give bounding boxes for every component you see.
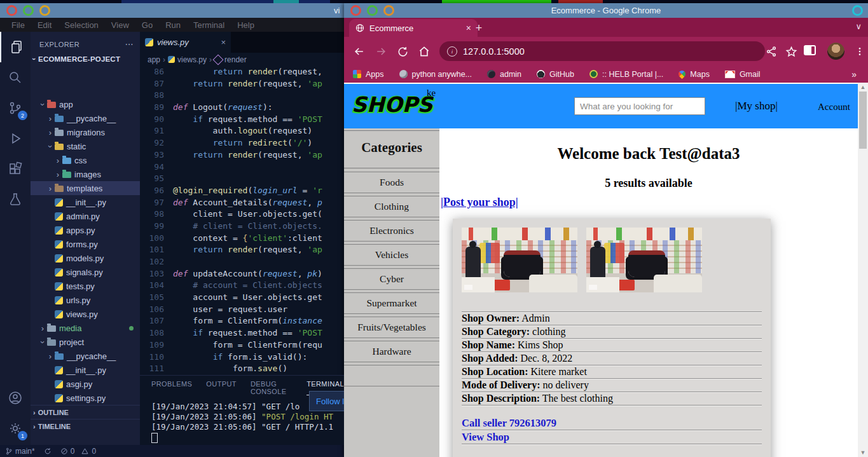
category-item[interactable]: Clothing	[344, 196, 439, 217]
site-logo[interactable]: SHOPS	[352, 92, 432, 117]
file-tree-item[interactable]: tests.py	[31, 279, 140, 293]
settings-gear-icon[interactable]: 1	[0, 413, 31, 444]
address-bar[interactable]: i 127.0.0.1:5000	[439, 41, 765, 61]
category-item[interactable]: Electronics	[344, 220, 439, 242]
file-tree-item[interactable]: models.py	[31, 251, 140, 265]
file-tree-item[interactable]: signals.py	[31, 265, 140, 279]
kebab-menu-icon[interactable]	[852, 44, 867, 59]
chrome-titlebar[interactable]: Ecommerce - Google Chrome	[344, 3, 868, 18]
scroll-up-icon[interactable]: ▲	[858, 83, 868, 92]
back-button[interactable]	[352, 44, 367, 59]
panel-tab-problems[interactable]: PROBLEMS	[151, 380, 192, 395]
file-tree-item[interactable]: apps.py	[31, 223, 140, 237]
panel-tab-debug-console[interactable]: DEBUG CONSOLE	[251, 380, 293, 395]
bookmark-item[interactable]: Maps	[679, 70, 710, 79]
url-text[interactable]: 127.0.0.1:5000	[463, 46, 525, 57]
outline-section[interactable]: › OUTLINE	[31, 405, 140, 419]
close-tab-icon[interactable]: ×	[221, 38, 226, 47]
search-input[interactable]	[574, 97, 705, 115]
tab-search-chevron-icon[interactable]: ∨	[855, 22, 862, 31]
search-icon[interactable]	[0, 62, 31, 93]
file-tree-item[interactable]: ›css	[31, 153, 140, 167]
file-tree-item[interactable]: ›__pycache__	[31, 349, 140, 363]
run-debug-icon[interactable]	[0, 123, 31, 154]
file-tree-item[interactable]: ›static	[31, 139, 140, 153]
file-tree-item[interactable]: ›__pycache__	[31, 111, 140, 125]
bookmark-item[interactable]: :: HELB Portal |...	[589, 70, 663, 79]
close-window-icon[interactable]	[6, 5, 17, 16]
category-item[interactable]: Hardware	[344, 341, 439, 362]
file-tree-item[interactable]: ›images	[31, 167, 140, 181]
maximize-window-icon[interactable]	[383, 5, 394, 16]
browser-tab-ecommerce[interactable]: Ecommerce ×	[349, 19, 478, 37]
minimize-window-icon[interactable]	[367, 5, 378, 16]
close-tab-icon[interactable]: ×	[466, 23, 471, 33]
breadcrumb[interactable]: app › views.py › render	[140, 53, 344, 66]
file-tree-item[interactable]: asgi.py	[31, 377, 140, 391]
page-scrollbar[interactable]: ▲ ▼	[858, 83, 868, 457]
file-tree-item[interactable]: ›project	[31, 335, 140, 349]
category-item[interactable]: Vehicles	[344, 244, 439, 266]
post-your-shop-link[interactable]: |Post your shop|	[441, 196, 518, 209]
explorer-icon[interactable]	[0, 32, 32, 62]
maximize-window-icon[interactable]	[39, 5, 50, 16]
file-tree-item[interactable]: __init__.py	[31, 363, 140, 377]
profile-avatar[interactable]	[827, 43, 844, 60]
file-tree-item[interactable]: ›templates	[31, 181, 140, 195]
account-link[interactable]: Account	[818, 102, 850, 113]
bookmark-label: :: HELB Portal |...	[602, 70, 663, 79]
line-number: 88	[140, 90, 173, 102]
file-tree-item[interactable]: admin.py	[31, 209, 140, 223]
view-shop-link[interactable]: View Shop	[462, 430, 762, 444]
bookmark-star-icon[interactable]	[783, 44, 799, 59]
forward-button[interactable]	[373, 44, 389, 59]
close-window-icon[interactable]	[350, 5, 361, 16]
file-tree-item[interactable]: settings.py	[31, 391, 140, 405]
file-tree-item[interactable]: views.py	[31, 307, 140, 321]
timeline-section[interactable]: › TIMELINE	[31, 419, 140, 433]
bookmark-item[interactable]: GitHub	[537, 70, 574, 79]
extensions-icon[interactable]	[0, 154, 31, 184]
main-content: Welcome back Test@data3 5 results availa…	[439, 128, 858, 457]
bookmark-item[interactable]: python anywhe...	[399, 70, 472, 79]
minimize-window-icon[interactable]	[23, 5, 34, 16]
git-branch-indicator[interactable]: main*	[5, 447, 35, 456]
category-item[interactable]: Fruits/Vegetables	[344, 317, 439, 338]
source-control-icon[interactable]: 2	[0, 93, 31, 123]
new-tab-button[interactable]: +	[471, 20, 486, 36]
explorer-more-actions-icon[interactable]: ⋯	[125, 39, 134, 49]
problems-indicator[interactable]: 0 0	[60, 447, 96, 456]
bookmark-item[interactable]: Gmail	[725, 70, 761, 79]
reload-button[interactable]	[395, 44, 410, 59]
call-seller-link[interactable]: Call seller 792613079	[462, 416, 762, 430]
sync-indicator[interactable]	[44, 447, 52, 455]
panel-tab-output[interactable]: OUTPUT	[206, 380, 237, 395]
scrollbar-thumb[interactable]	[859, 92, 867, 149]
breadcrumb-file[interactable]: views.py	[177, 55, 207, 64]
share-button[interactable]	[764, 44, 779, 59]
project-root-folder[interactable]: › ECOMMERCE-POJECT	[31, 53, 140, 65]
category-item[interactable]: Cyber	[344, 268, 439, 290]
my-shop-link[interactable]: |My shop|	[735, 100, 778, 113]
testing-beaker-icon[interactable]	[0, 184, 31, 215]
category-item[interactable]: Supermarket	[344, 292, 439, 314]
file-tree-item[interactable]: __init__.py	[31, 195, 140, 209]
home-button[interactable]	[417, 44, 432, 59]
breadcrumb-app[interactable]: app	[148, 55, 160, 64]
account-icon[interactable]	[0, 383, 31, 413]
code-line: 94	[140, 161, 344, 174]
file-tree-item[interactable]: ›app	[31, 97, 140, 111]
file-tree-item[interactable]: forms.py	[31, 237, 140, 251]
scroll-down-icon[interactable]: ▼	[858, 448, 868, 457]
side-panel-icon[interactable]	[804, 45, 816, 55]
bookmark-item[interactable]: Apps	[353, 70, 384, 79]
tab-views-py[interactable]: views.py ×	[140, 32, 231, 53]
file-tree-item[interactable]: ›migrations	[31, 125, 140, 139]
breadcrumb-symbol[interactable]: render	[224, 55, 247, 64]
site-info-icon[interactable]: i	[447, 46, 457, 57]
file-tree-item[interactable]: ›media	[31, 321, 140, 335]
file-tree-item[interactable]: urls.py	[31, 293, 140, 307]
bookmarks-overflow-icon[interactable]: »	[851, 69, 857, 79]
category-item[interactable]: Foods	[344, 172, 439, 193]
bookmark-item[interactable]: admin	[487, 70, 521, 79]
